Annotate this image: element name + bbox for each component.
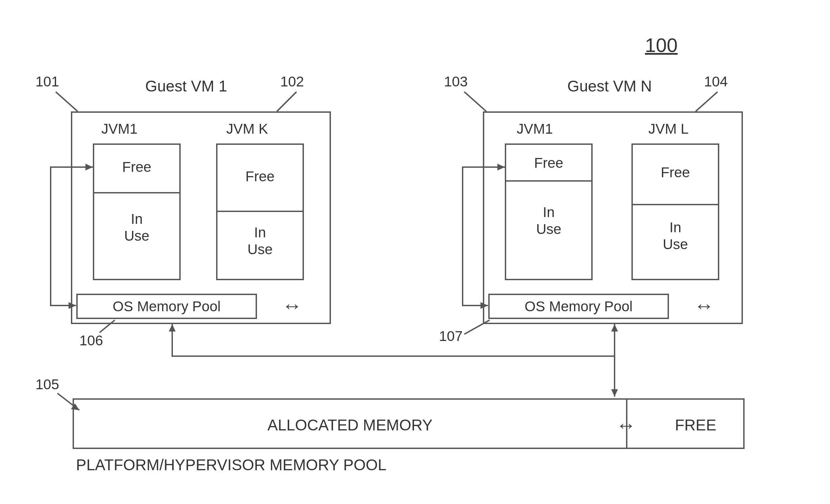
platform-memory-pool-box: ALLOCATED MEMORY FREE ↔: [73, 398, 745, 449]
platform-pool-caption: PLATFORM/HYPERVISOR MEMORY POOL: [76, 456, 386, 474]
allocated-memory-label: ALLOCATED MEMORY: [74, 416, 626, 434]
free-memory-label: FREE: [648, 416, 743, 434]
memory-allocation-resize-arrow: ↔: [601, 413, 651, 437]
